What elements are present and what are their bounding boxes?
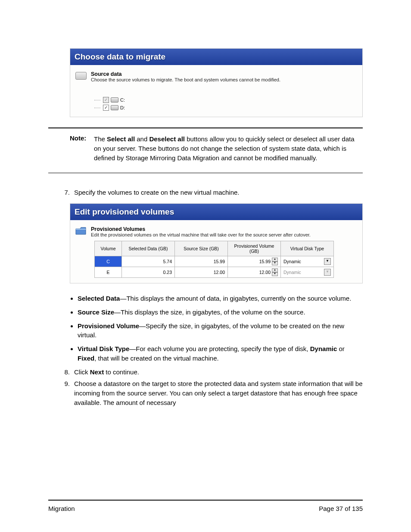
cell-volume[interactable]: E: [95, 267, 122, 278]
col-provisioned: Provisioned Volume (GB): [228, 241, 281, 256]
cell-source-size: 12.00: [175, 267, 228, 278]
volume-row-d[interactable]: ✓ D:: [94, 104, 357, 112]
definition-list: Selected Data—This displays the amount o…: [69, 294, 363, 363]
col-disk-type: Virtual Disk Type: [281, 241, 334, 256]
choose-data-panel: Choose data to migrate Source data Choos…: [70, 48, 363, 117]
panel-body: Source data Choose the source volumes to…: [70, 65, 362, 117]
volume-label: D:: [120, 104, 125, 112]
col-volume: Volume: [95, 241, 122, 256]
text-bold: Next: [90, 368, 104, 376]
volume-row-c: ✓ C:: [94, 96, 357, 104]
cell-provisioned[interactable]: 15.99 ▲ ▼: [228, 256, 281, 267]
spinner-up-icon[interactable]: ▲: [272, 268, 278, 272]
list-item: Virtual Disk Type—For each volume you ar…: [78, 344, 363, 363]
dropdown-value: Dynamic: [283, 259, 301, 264]
chevron-down-icon: ▼: [324, 269, 331, 276]
provisioned-table: Volume Selected Data (GB) Source Size (G…: [94, 241, 334, 278]
panel-title: Choose data to migrate: [70, 49, 362, 65]
page-footer: Migration Page 37 of 135: [48, 500, 363, 512]
divider: [48, 128, 363, 128]
def-label: Provisioned Volume: [78, 322, 139, 330]
step-text: Click Next to continue.: [74, 367, 363, 377]
panel-title: Edit provisioned volumes: [70, 204, 362, 220]
divider: [48, 173, 363, 173]
step-number: 7.: [48, 188, 74, 197]
list-item: Source Size—This displays the size, in g…: [78, 308, 363, 317]
drive-icon: [111, 105, 118, 110]
note-label: Note:: [70, 134, 94, 162]
cell-selected-data: 0.23: [122, 267, 175, 278]
col-source: Source Size (GB): [175, 241, 228, 256]
edit-provisioned-panel: Edit provisioned volumes Provisioned Vol…: [70, 203, 363, 283]
checkbox-d[interactable]: ✓: [103, 105, 109, 111]
table-row[interactable]: C 5.74 15.99 15.99 ▲ ▼: [95, 256, 334, 267]
text-part: Click: [74, 368, 90, 376]
table-row[interactable]: E 0.23 12.00 12.00 ▲ ▼: [95, 267, 334, 278]
def-label: Source Size: [78, 308, 114, 316]
text-part: to continue.: [104, 368, 139, 376]
def-label: Virtual Disk Type: [78, 345, 129, 352]
provisioned-desc: Edit the provisioned volumes on the virt…: [91, 232, 311, 237]
spinner-buttons[interactable]: ▲ ▼: [272, 258, 278, 265]
checkbox-c: ✓: [103, 97, 109, 103]
dropdown-value: Dynamic: [283, 270, 301, 275]
def-text: , that will be created on the virtual ma…: [94, 355, 219, 362]
drive-icon: [111, 97, 118, 103]
volume-label: C:: [120, 96, 125, 104]
spinner-buttons[interactable]: ▲ ▼: [272, 268, 278, 276]
step-number: 9.: [48, 379, 74, 407]
step-9: 9. Choose a datastore on the target to s…: [48, 379, 363, 407]
cell-disk-type[interactable]: Dynamic ▼: [281, 256, 334, 267]
cell-provisioned[interactable]: 12.00 ▲ ▼: [228, 267, 281, 278]
list-item: Provisioned Volume—Specify the size, in …: [78, 321, 363, 340]
def-text: or: [337, 345, 345, 352]
cell-source-size: 15.99: [175, 256, 228, 267]
def-label: Selected Data: [78, 295, 120, 302]
note-bold: Select all: [107, 135, 135, 143]
note-block: Note: The Select all and Deselect all bu…: [70, 134, 363, 162]
def-bold: Dynamic: [310, 345, 337, 352]
source-data-desc: Choose the source volumes to migrate. Th…: [91, 77, 280, 82]
cell-disk-type: Dynamic ▼: [281, 267, 334, 278]
chevron-down-icon[interactable]: ▼: [324, 258, 331, 265]
spinner-down-icon[interactable]: ▼: [272, 261, 278, 265]
source-data-title: Source data: [91, 71, 280, 77]
note-text-part: The: [94, 135, 107, 143]
footer-title: Migration: [48, 505, 75, 512]
drive-icon: [75, 72, 87, 80]
note-bold: Deselect all: [149, 135, 185, 143]
def-text: —This displays the amount of data, in gi…: [120, 295, 351, 302]
step-text: Choose a datastore on the target to stor…: [74, 379, 363, 407]
note-text-part: and: [135, 135, 149, 143]
cell-volume[interactable]: C: [95, 256, 122, 267]
spinner-down-icon[interactable]: ▼: [272, 272, 278, 276]
spinner-value: 12.00: [259, 270, 271, 275]
list-item: Selected Data—This displays the amount o…: [78, 294, 363, 303]
def-text: —For each volume you are protecting, spe…: [129, 345, 310, 352]
volume-tree: ✓ C: ✓ D:: [94, 96, 357, 112]
cell-selected-data: 5.74: [122, 256, 175, 267]
def-bold: Fixed: [78, 355, 94, 362]
panel-body: Provisioned Volumes Edit the provisioned…: [70, 220, 362, 283]
spinner-up-icon[interactable]: ▲: [272, 258, 278, 261]
step-8: 8. Click Next to continue.: [48, 367, 363, 377]
step-text: Specify the volumes to create on the new…: [74, 188, 363, 197]
document-page: Choose data to migrate Source data Choos…: [0, 0, 411, 532]
footer-page: Page 37 of 135: [319, 505, 363, 512]
note-text: The Select all and Deselect all buttons …: [94, 134, 363, 162]
def-text: —This displays the size, in gigabytes, o…: [114, 308, 305, 316]
provisioned-title: Provisioned Volumes: [91, 226, 311, 232]
volumes-icon: [75, 226, 87, 236]
step-number: 8.: [48, 367, 74, 377]
col-selected: Selected Data (GB): [122, 241, 175, 256]
spinner-value: 15.99: [259, 259, 271, 264]
step-7: 7. Specify the volumes to create on the …: [48, 188, 363, 197]
